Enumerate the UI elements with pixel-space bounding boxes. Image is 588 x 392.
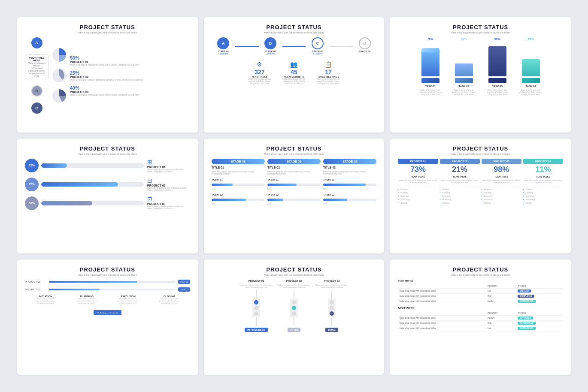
s7-proj-2: PROJECT 02 STEP 02: [25, 287, 190, 292]
slide-6-subtitle: Make a big impact with our professional …: [451, 153, 510, 155]
slide-5: PROJECT STATUS Make a big impact with ou…: [204, 139, 385, 254]
slide-5-title: PROJECT STATUS: [266, 145, 321, 152]
next-week-table: PRIORITY STATUS Make a big impact with p…: [398, 311, 563, 331]
s7-footer: PROJECT STEPS: [25, 308, 190, 315]
main-grid: PROJECT STATUS Make a big impact with ou…: [0, 0, 588, 392]
slide-1-content: A YOUR TITLE HERE Make a big impact with…: [25, 37, 190, 114]
s6-proj-3: PROJECT 03 98% TEAM TASKS Make a big imp…: [482, 159, 521, 204]
s6-proj-4: PROJECT 04 11% TEAM TASKS Make a big imp…: [523, 159, 563, 204]
stat-members: 👥 45 TEAM MEMBERS Make a big impact with…: [279, 61, 309, 84]
timeline-stages: A STAGE 01 Completed B STAGE 02 Complete…: [212, 37, 377, 55]
table-row: Make a big impact with professional slid…: [398, 316, 563, 321]
slide-8-subtitle: Make a big impact with our professional …: [264, 274, 324, 276]
slide-9: PROJECT STATUS Make a big impact with ou…: [390, 259, 571, 375]
phase-initiation: INITIATION Make a big impact with profes…: [33, 295, 58, 304]
s4-item-2: ⊟ PROJECT 02 Make a big impact with our …: [147, 177, 190, 191]
slide-6-title: PROJECT STATUS: [453, 145, 508, 152]
slide-7-subtitle: Make a big impact with our professional …: [78, 274, 137, 276]
slide-3: PROJECT STATUS Make a big impact with ou…: [390, 17, 571, 133]
s7-phases: INITIATION Make a big impact with profes…: [25, 295, 190, 304]
task-col-2: 40% TASK 02 Make a big impact with profe…: [449, 37, 479, 96]
slide-9-content: THIS WEEK PRIORITY STATUS Make a big imp…: [398, 280, 563, 334]
table-row: Make a big impact with professional slid…: [398, 289, 563, 294]
slide-7-title: PROJECT STATUS: [80, 266, 135, 273]
proj-row-1: 25%: [25, 159, 144, 172]
stage-col-3: STAGE 03 TITLE 03 Make a big impact with…: [323, 159, 376, 205]
s7-proj-1: PROJECT 01 STEP 03: [25, 280, 190, 284]
slide-4-subtitle: Make a big impact with our professional …: [78, 153, 137, 155]
project-1: 50% PROJECT 01 Make a big impact with pr…: [70, 55, 190, 66]
phase-execution: EXECUTION Make a big impact with profess…: [115, 295, 141, 304]
slide-4-content: 25% 75% 50%: [25, 159, 190, 210]
this-week-table: PRIORITY STATUS Make a big impact with p…: [398, 284, 563, 304]
task-col-1: 75% TASK 01 Make a big impact with profe…: [415, 37, 446, 96]
slide-8: PROJECT STATUS Make a big impact with ou…: [204, 259, 385, 375]
center-box: YOUR TITLE HERE Make a big impact with o…: [25, 54, 48, 79]
s8-proj-3: PROJECT 03 Make a big impact with profes…: [315, 280, 349, 332]
slide-1: PROJECT STATUS Make a big impact with ou…: [17, 17, 198, 133]
slide-2-title: PROJECT STATUS: [266, 24, 321, 30]
slide-2-stats: ⚙ 327 TEAM TASKS Make a big impact with …: [212, 61, 377, 84]
proj-row-2: 75%: [25, 178, 144, 191]
slide-4-items: ⊞ PROJECT 01 Make a big impact with prof…: [147, 159, 190, 210]
s8-proj-2: PROJECT 02 Make a big impact with profes…: [277, 280, 311, 332]
stage-col-1: STAGE 01 TITLE 01 Make a big impact with…: [212, 159, 265, 205]
stage-col-2: STAGE 02 TITLE 02 Make a big impact with…: [267, 159, 321, 205]
slide-4: PROJECT STATUS Make a big impact with ou…: [17, 139, 198, 254]
s4-item-1: ⊞ PROJECT 01 Make a big impact with prof…: [147, 159, 190, 173]
slide-1-letters: A YOUR TITLE HERE Make a big impact with…: [25, 37, 48, 114]
line-1: [235, 46, 259, 47]
table-row: Make a big impact with professional slid…: [398, 326, 563, 331]
letter-a: A: [31, 37, 42, 48]
slide-4-bars: 25% 75% 50%: [25, 159, 144, 210]
slide-1-subtitle: Make a big impact with our professional …: [78, 31, 137, 34]
slide-7: PROJECT STATUS Make a big impact with ou…: [17, 259, 198, 375]
slide-1-title: PROJECT STATUS: [80, 24, 135, 30]
pie-c: [51, 88, 67, 104]
phase-planning: PLANNING Make a big impact with professi…: [74, 295, 100, 304]
proj-row-3: 50%: [25, 196, 144, 210]
slide-2-subtitle: Make a big impact with our professional …: [264, 31, 324, 34]
s6-proj-1: PROJECT 01 73% TEAM TASKS Make a big imp…: [398, 159, 438, 204]
project-2: 25% PROJECT 02 Make a big impact with ou…: [70, 70, 190, 81]
slide-8-title: PROJECT STATUS: [266, 266, 321, 273]
slide-6-projects: PROJECT 01 73% TEAM TASKS Make a big imp…: [398, 159, 563, 204]
table-row: Make a big impact with professional slid…: [398, 321, 563, 326]
slide-3-subtitle: Make a big impact with our professional …: [451, 31, 510, 34]
line-3: [329, 46, 353, 47]
stage-d: D STAGE 04 To Do: [353, 37, 376, 55]
stage-b: B STAGE 02 Completed: [259, 37, 282, 55]
letter-b: B: [31, 85, 42, 96]
stage-c: C STAGE 03 In Progress: [306, 37, 329, 55]
s8-proj-1: PROJECT 01 Make a big impact with profes…: [239, 280, 273, 332]
slide-7-content: PROJECT 01 STEP 03 PROJECT 02 STEP 02 IN…: [25, 280, 190, 315]
table-row: Make a big impact with professional slid…: [398, 299, 563, 304]
slide-3-title: PROJECT STATUS: [453, 24, 508, 30]
slide-3-bars: 75% TASK 01 Make a big impact with profe…: [398, 37, 563, 96]
line-2: [282, 46, 306, 47]
s6-proj-2: PROJECT 02 21% TEAM TASKS Make a big imp…: [440, 159, 480, 204]
task-col-4: 50% TASK 04 Make a big impact with profe…: [516, 37, 546, 96]
slide-8-lights: PROJECT 01 Make a big impact with profes…: [212, 280, 377, 332]
slide-1-pies: [51, 47, 67, 104]
slide-5-stages: STAGE 01 TITLE 01 Make a big impact with…: [212, 159, 377, 205]
pie-b: [51, 67, 67, 84]
task-col-3: 90% TASK 03 Make a big impact with profe…: [482, 37, 512, 96]
slide-5-subtitle: Make a big impact with our professional …: [264, 153, 324, 155]
slide-9-subtitle: Make a big impact with our professional …: [451, 274, 510, 276]
slide-1-projects: 50% PROJECT 01 Make a big impact with pr…: [70, 55, 190, 96]
letter-c: C: [31, 103, 42, 114]
slide-9-title: PROJECT STATUS: [453, 266, 508, 273]
project-3: 40% PROJECT 03 Make a big impact with pr…: [70, 85, 190, 96]
slide-2-timeline: A STAGE 01 Completed B STAGE 02 Complete…: [212, 37, 377, 84]
table-row: Make a big impact with professional slid…: [398, 294, 563, 299]
pie-a: [51, 47, 67, 63]
slide-2: PROJECT STATUS Make a big impact with ou…: [204, 17, 385, 133]
slide-6: PROJECT STATUS Make a big impact with ou…: [390, 139, 571, 254]
slide-4-title: PROJECT STATUS: [80, 145, 135, 152]
stat-meetings: 📋 17 TOTAL MEETINGS Make a big impact wi…: [313, 61, 343, 84]
stage-a: A STAGE 01 Completed: [212, 37, 235, 55]
stat-tasks: ⚙ 327 TEAM TASKS Make a big impact with …: [245, 61, 275, 84]
s4-item-3: ⊡ PROJECT 03 Make a big impact with prof…: [147, 196, 190, 210]
phase-closing: CLOSING Make a big impact with professio…: [157, 295, 182, 304]
